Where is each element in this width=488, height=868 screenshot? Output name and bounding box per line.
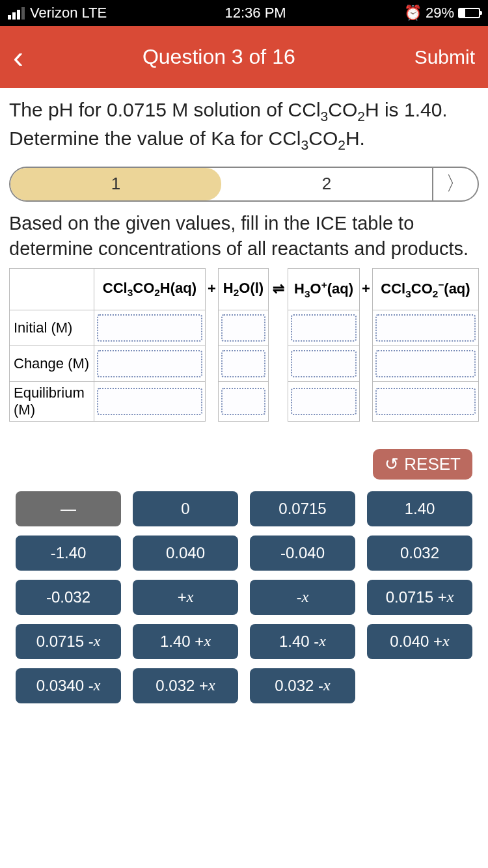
carrier-label: Verizon LTE (30, 5, 107, 21)
alarm-icon: ⏰ (404, 5, 422, 21)
step-indicator: 1 2 〉 (9, 167, 479, 202)
drop-change-2[interactable] (221, 350, 265, 377)
tile-6[interactable]: -0.040 (250, 536, 355, 571)
row-initial: Initial (M) (10, 310, 94, 346)
clock: 12:36 PM (225, 5, 286, 21)
row-equilibrium: Equilibrium (M) (10, 381, 94, 421)
nav-bar: ‹ Question 3 of 16 Submit (0, 26, 488, 88)
tile-1[interactable]: 0 (133, 491, 238, 526)
col-reactant-1: CCl3CO2H(aq) (94, 268, 206, 310)
drop-eq-1[interactable] (97, 388, 202, 415)
col-product-1: H3O+(aq) (288, 268, 360, 310)
tile-15[interactable]: 0.040 + x (367, 624, 472, 659)
ice-table: CCl3CO2H(aq) + H2O(l) ⇌ H3O+(aq) + CCl3C… (9, 268, 479, 422)
signal-icon (8, 7, 25, 20)
drop-initial-4[interactable] (375, 314, 476, 342)
question-text: The pH for 0.0715 M solution of CCl3CO2H… (9, 97, 479, 155)
answer-tiles: —00.07151.40-1.400.040-0.0400.032-0.032+… (16, 491, 472, 703)
drop-change-4[interactable] (375, 350, 476, 377)
drop-eq-4[interactable] (375, 388, 476, 415)
status-bar: Verizon LTE 12:36 PM ⏰ 29% (0, 0, 488, 26)
step-1[interactable]: 1 (10, 168, 221, 200)
tile-4[interactable]: -1.40 (16, 536, 121, 571)
tile-11[interactable]: 0.0715 + x (367, 580, 472, 615)
tile-7[interactable]: 0.032 (367, 536, 472, 571)
drop-initial-2[interactable] (221, 314, 265, 342)
reset-icon: ↺ (385, 454, 399, 474)
tile-16[interactable]: 0.0340 - x (16, 668, 121, 703)
tile-5[interactable]: 0.040 (133, 536, 238, 571)
tile-0[interactable]: — (16, 491, 121, 526)
drop-eq-2[interactable] (221, 388, 265, 415)
page-title: Question 3 of 16 (142, 45, 295, 69)
tile-9[interactable]: +x (133, 580, 238, 615)
col-product-2: CCl3CO2−(aq) (372, 268, 478, 310)
drop-change-3[interactable] (291, 350, 357, 377)
row-change: Change (M) (10, 346, 94, 381)
tile-14[interactable]: 1.40 - x (250, 624, 355, 659)
next-step-button[interactable]: 〉 (432, 168, 478, 200)
step-2[interactable]: 2 (221, 168, 432, 200)
drop-eq-3[interactable] (291, 388, 357, 415)
col-reactant-2: H2O(l) (218, 268, 268, 310)
drop-change-1[interactable] (97, 350, 202, 377)
tile-13[interactable]: 1.40 + x (133, 624, 238, 659)
submit-button[interactable]: Submit (414, 46, 475, 68)
instruction-text: Based on the given values, fill in the I… (9, 211, 479, 262)
tile-12[interactable]: 0.0715 - x (16, 624, 121, 659)
drop-initial-1[interactable] (97, 314, 202, 342)
battery-pct: 29% (426, 5, 454, 21)
battery-icon (458, 8, 480, 18)
drop-initial-3[interactable] (291, 314, 357, 342)
tile-10[interactable]: -x (250, 580, 355, 615)
tile-2[interactable]: 0.0715 (250, 491, 355, 526)
tile-3[interactable]: 1.40 (367, 491, 472, 526)
tile-8[interactable]: -0.032 (16, 580, 121, 615)
tile-18[interactable]: 0.032 - x (250, 668, 355, 703)
reset-button[interactable]: ↺ RESET (373, 449, 472, 480)
tile-17[interactable]: 0.032 + x (133, 668, 238, 703)
back-button[interactable]: ‹ (13, 39, 23, 75)
